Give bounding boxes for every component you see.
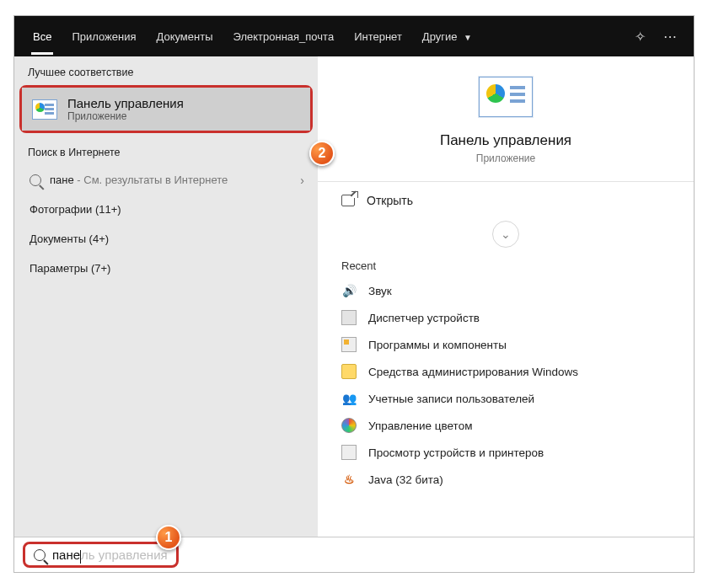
chevron-right-icon: › bbox=[300, 174, 304, 187]
recent-item-sound[interactable]: 🔊 Звук bbox=[318, 277, 694, 304]
control-panel-icon bbox=[32, 99, 57, 120]
web-search-header: Поиск в Интернете bbox=[14, 136, 318, 165]
search-typed-text: пане bbox=[52, 548, 80, 562]
annotation-badge-2: 2 bbox=[309, 141, 335, 166]
search-input[interactable]: панель управления bbox=[52, 548, 168, 562]
recent-item-device-manager[interactable]: Диспетчер устройств bbox=[318, 304, 694, 331]
chevron-down-icon: ⌄ bbox=[501, 227, 511, 241]
recent-item-color-management[interactable]: Управление цветом bbox=[318, 412, 694, 439]
color-management-icon bbox=[341, 418, 357, 433]
recent-item-user-accounts[interactable]: 👥 Учетные записи пользователей bbox=[318, 385, 694, 412]
preview-panel: Панель управления Приложение Открыть ⌄ R… bbox=[318, 56, 694, 572]
tab-internet[interactable]: Интернет bbox=[344, 19, 412, 55]
sound-icon: 🔊 bbox=[341, 283, 357, 298]
search-tabs: Все Приложения Документы Электронная_поч… bbox=[14, 16, 694, 56]
category-settings[interactable]: Параметры (7+) bbox=[14, 254, 318, 283]
open-action[interactable]: Открыть bbox=[318, 182, 694, 219]
user-accounts-icon: 👥 bbox=[341, 391, 357, 406]
recent-item-label: Просмотр устройств и принтеров bbox=[368, 446, 544, 459]
annotation-badge-1: 1 bbox=[156, 525, 181, 550]
recent-list: 🔊 Звук Диспетчер устройств Программы и к… bbox=[318, 277, 694, 493]
tab-more[interactable]: Другие ▼ bbox=[412, 19, 482, 55]
recent-item-label: Учетные записи пользователей bbox=[368, 393, 534, 405]
recent-item-java[interactable]: ♨ Java (32 бита) bbox=[318, 466, 694, 493]
open-label: Открыть bbox=[367, 194, 413, 207]
recent-item-label: Программы и компоненты bbox=[368, 339, 507, 351]
preview-subtitle: Приложение bbox=[476, 152, 535, 164]
recent-item-label: Диспетчер устройств bbox=[368, 312, 480, 324]
search-bar: панель управления bbox=[14, 537, 694, 572]
search-input-highlight: панель управления bbox=[23, 542, 179, 568]
category-documents[interactable]: Документы (4+) bbox=[14, 224, 318, 254]
device-manager-icon bbox=[341, 310, 357, 325]
tab-email[interactable]: Электронная_почта bbox=[223, 19, 344, 55]
recent-item-label: Управление цветом bbox=[368, 420, 472, 432]
web-search-item[interactable]: пане - См. результаты в Интернете › bbox=[14, 165, 318, 195]
recent-header: Recent bbox=[318, 254, 694, 277]
programs-icon bbox=[341, 337, 357, 352]
recent-item-admin-tools[interactable]: Средства администрирования Windows bbox=[318, 358, 694, 385]
recent-item-programs[interactable]: Программы и компоненты bbox=[318, 331, 694, 358]
recent-item-label: Звук bbox=[368, 285, 392, 297]
preview-title: Панель управления bbox=[440, 132, 571, 149]
best-match-highlight: Панель управления Приложение bbox=[19, 85, 313, 133]
tab-all[interactable]: Все bbox=[23, 19, 62, 55]
recent-item-label: Java (32 бита) bbox=[368, 473, 443, 486]
web-search-query: пане bbox=[50, 174, 74, 186]
devices-printers-icon bbox=[341, 445, 357, 460]
best-match-header: Лучшее соответствие bbox=[14, 56, 318, 85]
results-panel: Лучшее соответствие Панель управления Пр… bbox=[14, 56, 318, 572]
folder-icon bbox=[341, 364, 357, 379]
tab-documents[interactable]: Документы bbox=[146, 19, 223, 55]
tab-apps[interactable]: Приложения bbox=[62, 19, 146, 55]
more-options-icon[interactable]: ⋯ bbox=[655, 21, 685, 51]
expand-button[interactable]: ⌄ bbox=[492, 221, 519, 248]
feedback-icon[interactable]: ✧ bbox=[625, 21, 655, 51]
search-icon bbox=[30, 174, 41, 186]
best-match-item[interactable]: Панель управления Приложение bbox=[22, 88, 310, 131]
web-search-suffix: - См. результаты в Интернете bbox=[74, 174, 228, 186]
java-icon: ♨ bbox=[341, 472, 357, 487]
search-ghost-text: ль управления bbox=[81, 548, 168, 562]
recent-item-devices-printers[interactable]: Просмотр устройств и принтеров bbox=[318, 439, 694, 466]
best-match-title: Панель управления bbox=[67, 96, 184, 110]
open-icon bbox=[341, 195, 355, 206]
search-icon bbox=[34, 549, 46, 561]
category-photos[interactable]: Фотографии (11+) bbox=[14, 195, 318, 224]
recent-item-label: Средства администрирования Windows bbox=[368, 366, 578, 378]
best-match-subtitle: Приложение bbox=[67, 110, 184, 122]
control-panel-large-icon bbox=[479, 77, 533, 117]
chevron-down-icon: ▼ bbox=[464, 33, 472, 42]
tab-more-label: Другие bbox=[422, 30, 458, 43]
